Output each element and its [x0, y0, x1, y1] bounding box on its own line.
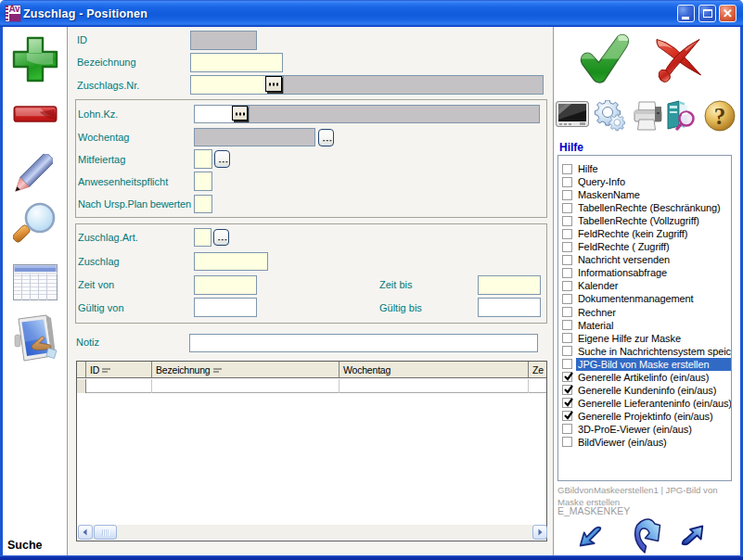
svg-text:?: ? [714, 104, 726, 129]
